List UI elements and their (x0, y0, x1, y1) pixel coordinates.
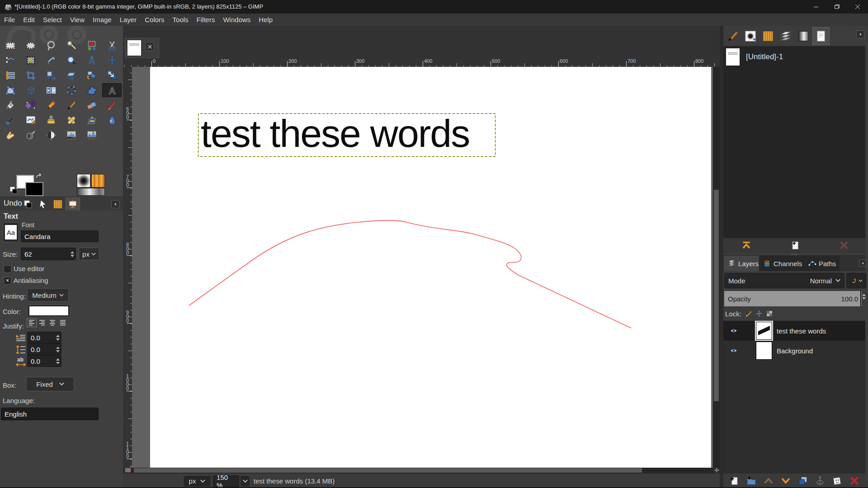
mypaint-brush-tool[interactable] (21, 113, 40, 127)
line-spacing-input[interactable]: 0.0 (27, 343, 61, 355)
menu-image[interactable]: Image (89, 14, 116, 25)
flip-tool[interactable] (41, 83, 61, 97)
raise-display-button[interactable] (741, 240, 752, 251)
dock-tab-swatches[interactable] (21, 197, 35, 211)
layer-row[interactable]: Background (723, 341, 865, 361)
cage-transform-tool[interactable] (61, 83, 81, 97)
paths-tool[interactable] (0, 53, 20, 67)
dock-tab-brush-preview[interactable] (742, 27, 759, 45)
menu-filters[interactable]: Filters (193, 14, 219, 25)
size-input[interactable]: 62 (21, 248, 76, 260)
close-button[interactable] (847, 0, 868, 14)
antialiasing-checkbox[interactable]: × (4, 277, 11, 285)
menu-select[interactable]: Select (39, 14, 66, 25)
canvas-viewport[interactable]: test these words (132, 67, 713, 468)
rotate-tool[interactable] (82, 68, 101, 82)
horizontal-ruler[interactable]: 0100200300400500600700800 (123, 58, 720, 67)
opacity-slider[interactable]: Opacity 100.0 (724, 291, 862, 306)
ellipse-select-tool[interactable] (21, 38, 40, 52)
foreground-select-tool[interactable] (21, 53, 40, 67)
menu-view[interactable]: View (66, 14, 89, 25)
scissors-select-tool[interactable] (102, 38, 122, 52)
vertical-scrollbar[interactable] (713, 67, 720, 468)
heal-tool[interactable] (61, 113, 81, 127)
canvas-text-layer[interactable]: test these words (201, 112, 469, 155)
airbrush-tool[interactable] (0, 113, 20, 127)
ink-tool[interactable] (102, 98, 122, 112)
indent-input[interactable]: 0.0 (27, 332, 61, 343)
free-select-tool[interactable] (41, 38, 61, 52)
menu-colors[interactable]: Colors (141, 14, 168, 25)
active-pattern-preview[interactable] (91, 174, 105, 188)
fuzzy-select-tool[interactable] (61, 38, 81, 52)
dock-tab-paintbrush[interactable] (724, 27, 741, 45)
justify-right-button[interactable] (38, 319, 47, 327)
tab-channels[interactable]: Channels (759, 256, 806, 271)
brightness-contrast-tool[interactable] (41, 128, 61, 142)
gradient-tool[interactable] (21, 98, 40, 112)
vertical-ruler[interactable]: 60070080090010001100 (123, 67, 132, 468)
dock-splitter[interactable] (720, 26, 723, 488)
align-tool[interactable] (0, 68, 20, 82)
mode-switch-button[interactable] (846, 273, 866, 288)
justify-center-button[interactable] (48, 319, 57, 327)
delete-image-button[interactable] (838, 240, 850, 251)
font-input[interactable]: Candara (21, 230, 99, 242)
duplicate-layer-button[interactable] (797, 475, 808, 486)
minimize-button[interactable] (806, 0, 826, 14)
image-tab[interactable] (125, 38, 159, 58)
lower-layer-button[interactable] (780, 475, 791, 486)
new-display-button[interactable] (789, 240, 801, 251)
menu-tools[interactable]: Tools (169, 14, 193, 25)
menu-file[interactable]: File (0, 14, 19, 25)
unified-transform-tool[interactable] (41, 68, 61, 82)
collapse-dock-button[interactable] (111, 200, 119, 208)
navigation-icon[interactable] (713, 468, 720, 473)
bucket-fill-tool[interactable] (0, 98, 20, 112)
menu-edit[interactable]: Edit (19, 14, 39, 25)
perspective-tool[interactable] (0, 83, 20, 97)
opacity-spinner[interactable] (862, 294, 866, 300)
shear-tool[interactable] (61, 68, 81, 82)
visibility-eye-icon[interactable] (729, 347, 739, 354)
tab-layers[interactable]: Layers (724, 256, 762, 271)
rect-select-tool[interactable] (0, 38, 20, 52)
hinting-dropdown[interactable]: Medium (27, 288, 69, 302)
perspective-clone-tool[interactable] (82, 113, 101, 127)
3d-transform-tool[interactable] (21, 83, 40, 97)
lock-alpha-button[interactable] (765, 310, 774, 318)
justify-left-button[interactable] (27, 319, 36, 327)
move-tool[interactable] (102, 53, 122, 67)
justify-fill-button[interactable] (58, 319, 67, 327)
vertical-scrollbar-thumb[interactable] (714, 190, 719, 401)
active-gradient-preview[interactable] (77, 188, 105, 196)
visibility-eye-icon[interactable] (729, 327, 739, 334)
zoom-input[interactable]: 150 % (213, 475, 239, 487)
paintbrush-tool[interactable] (61, 98, 81, 112)
layer-row[interactable]: test these words (723, 321, 865, 341)
dock-tab-pointer[interactable] (36, 197, 50, 211)
pencil-tool[interactable] (41, 98, 61, 112)
new-group-button[interactable] (746, 475, 757, 486)
dock-tab-gradient[interactable] (795, 27, 812, 45)
background-color-swatch[interactable] (25, 182, 43, 196)
smudge-tool[interactable] (0, 128, 20, 142)
anchor-layer-button[interactable] (815, 475, 826, 486)
collapse-layers-dock-button[interactable] (859, 259, 866, 267)
raise-layer-button[interactable] (763, 475, 774, 486)
dock-tab-easel[interactable] (66, 197, 80, 211)
blur-sharpen-tool[interactable] (102, 113, 122, 127)
horizontal-scrollbar[interactable] (123, 468, 720, 473)
warp-transform-tool[interactable] (82, 83, 101, 97)
image-list-item[interactable]: [Untitled]-1 (723, 47, 865, 67)
maximize-button[interactable] (826, 0, 847, 14)
default-colors-icon-bg[interactable] (12, 189, 17, 194)
scale-tool[interactable] (102, 68, 122, 82)
language-input[interactable]: English (1, 408, 99, 420)
swap-colors-icon[interactable] (35, 173, 42, 179)
use-editor-checkbox[interactable] (4, 265, 11, 273)
color-picker-tool[interactable] (41, 53, 61, 67)
mask-layer-button[interactable] (832, 475, 843, 486)
levels-tool[interactable] (61, 128, 81, 142)
horizontal-scrollbar-thumb[interactable] (134, 468, 642, 473)
